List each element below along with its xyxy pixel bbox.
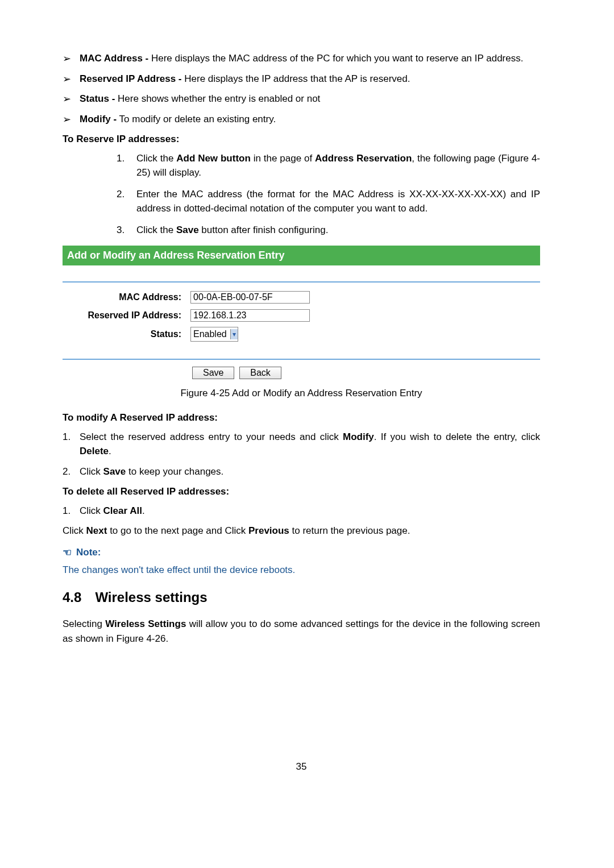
back-button[interactable]: Back [239,367,281,379]
form-area: MAC Address: Reserved IP Address: Status… [63,281,540,360]
reserved-ip-input[interactable] [190,309,310,322]
bullet-reserved-ip: Reserved IP Address - Here displays the … [80,72,540,86]
form-row-mac: MAC Address: [63,290,540,304]
delete-steps-list: Click Clear All. [63,504,540,518]
status-select[interactable]: Enabled ▾ [190,327,238,342]
modify-steps-list: Select the reserved address entry to you… [63,430,540,479]
section-heading-4-8: 4.8Wireless settings [63,587,540,608]
chevron-down-icon: ▾ [230,329,238,339]
bullet-label: MAC Address - [80,53,148,64]
note-label: Note: [76,545,101,560]
bullet-text: Here displays the MAC address of the PC … [148,53,523,64]
reserve-step-1: Click the Add New button in the page of … [136,151,540,180]
status-select-value: Enabled [191,327,230,341]
bullet-status: Status - Here shows whether the entry is… [80,92,540,106]
heading-reserve-ip: To Reserve IP addresses: [63,132,540,147]
bullet-label: Modify - [80,114,117,124]
figure-4-25: Add or Modify an Address Reservation Ent… [63,246,540,400]
bullet-modify: Modify - To modify or delete an existing… [80,112,540,127]
form-row-ip: Reserved IP Address: [63,309,540,322]
bullet-text: To modify or delete an existing entry. [117,114,276,124]
bullet-text: Here shows whether the entry is enabled … [115,93,320,104]
bullet-text: Here displays the IP address that the AP… [182,73,410,84]
heading-modify-reserved: To modify A Reserved IP address: [63,410,540,425]
mac-address-label: MAC Address: [63,290,190,304]
figure-caption: Figure 4-25 Add or Modify an Address Res… [63,386,540,401]
mac-address-input[interactable] [190,291,310,304]
reserved-ip-label: Reserved IP Address: [63,309,190,322]
heading-delete-all: To delete all Reserved IP addresses: [63,484,540,499]
wireless-intro-para: Selecting Wireless Settings will allow y… [63,617,540,646]
figure-title-bar: Add or Modify an Address Reservation Ent… [63,246,540,265]
bullet-label: Status - [80,93,115,104]
reserve-step-3: Click the Save button after finish confi… [136,223,540,238]
reserve-step-2: Enter the MAC address (the format for th… [136,187,540,216]
status-label: Status: [63,327,190,341]
button-row: Save Back [192,366,540,380]
section-title: Wireless settings [95,589,207,605]
next-previous-para: Click Next to go to the next page and Cl… [63,524,540,538]
modify-step-1: Select the reserved address entry to you… [80,430,540,459]
bullet-label: Reserved IP Address - [80,73,182,84]
note-text: The changes won't take effect until the … [63,563,540,578]
bullet-mac-address: MAC Address - Here displays the MAC addr… [80,51,540,66]
definition-list: MAC Address - Here displays the MAC addr… [63,51,540,126]
reserve-steps-list: Click the Add New button in the page of … [63,151,540,238]
note-heading: ☜ Note: [63,545,540,560]
modify-step-2: Click Save to keep your changes. [80,464,540,479]
save-button[interactable]: Save [192,367,234,379]
delete-step-1: Click Clear All. [80,504,540,518]
form-row-status: Status: Enabled ▾ [63,327,540,342]
page-number: 35 [63,759,540,774]
section-number: 4.8 [63,587,81,608]
pointing-hand-icon: ☜ [63,545,72,560]
